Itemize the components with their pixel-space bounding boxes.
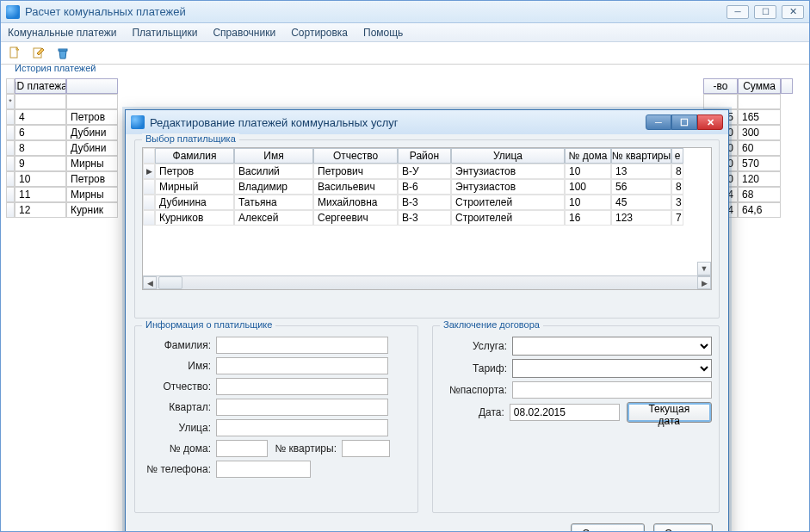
cell-h[interactable]: 10 [565,195,611,210]
save-button[interactable]: Сохранить [571,523,645,531]
cell-o[interactable]: Васильевич [313,179,398,195]
cell-name[interactable]: Петров [66,171,118,187]
row-handle[interactable] [6,109,15,125]
cell-qty[interactable] [703,94,738,109]
cell-h[interactable]: 100 [565,179,611,195]
table-row[interactable]: ▶ПетровВасилийПетровичВ-УЭнтузиастов1013… [143,164,711,179]
current-date-button[interactable]: Текущая дата [627,402,712,423]
cell-s[interactable]: Строителей [451,195,565,210]
cell-id[interactable]: 9 [15,156,66,171]
main-titlebar[interactable]: Расчет комунальных платежей ─ ☐ ✕ [1,1,809,23]
col-flat[interactable]: № квартиры [611,148,671,164]
cell-id[interactable]: 10 [15,171,66,187]
cell-sum[interactable]: 64,6 [738,202,781,218]
col-name[interactable]: Имя [234,148,313,164]
cell-i[interactable]: Василий [234,164,313,179]
cell-f[interactable]: Дубинина [155,195,234,210]
cell-s[interactable]: Строителей [451,210,565,226]
menu-sort[interactable]: Сортировка [291,27,348,39]
row-handle[interactable] [6,140,15,156]
table-row[interactable]: МирныйВладимирВасильевичВ-6Энтузиастов10… [143,179,711,195]
cell-o[interactable]: Сергеевич [313,210,398,226]
cell-a[interactable]: 56 [611,179,671,195]
cell-id[interactable]: 8 [15,140,66,156]
col-qty[interactable]: -во [703,78,738,94]
cell-name[interactable] [66,94,118,109]
cell-name[interactable]: Дубини [66,140,118,156]
cell-id[interactable]: 11 [15,187,66,202]
cell-f[interactable]: Курников [155,210,234,226]
row-handle[interactable] [143,210,155,226]
col-sum[interactable]: Сумма [738,78,781,94]
cell-name[interactable]: Мирны [66,156,118,171]
col-id[interactable]: ID платежа [15,78,66,94]
scroll-thumb[interactable] [158,276,182,289]
col-district[interactable]: Район [398,148,451,164]
cell-f[interactable]: Петров [155,164,234,179]
phone-field[interactable] [216,461,311,478]
menu-communal[interactable]: Комунальные платежи [8,27,116,39]
dialog-maximize-button[interactable]: ☐ [671,114,697,130]
col-extra[interactable]: е [671,148,683,164]
row-handle[interactable]: ▶ [143,164,155,179]
toolbar-delete-button[interactable] [54,45,71,62]
row-handle[interactable] [6,202,15,218]
cell-r[interactable]: В-3 [398,195,451,210]
cell-s[interactable]: Энтузиастов [451,164,565,179]
scroll-left-button[interactable]: ◀ [143,276,157,289]
vertical-scroll-down-button[interactable]: ▼ [697,262,711,275]
scroll-right-button[interactable]: ▶ [697,276,711,289]
col-house[interactable]: № дома [565,148,611,164]
cell-sum[interactable]: 165 [738,109,781,125]
col-name-stub[interactable] [66,78,118,94]
row-handle[interactable] [143,195,155,210]
cell-id[interactable]: 6 [15,125,66,140]
name-field[interactable] [216,357,388,374]
cell-sum[interactable]: 68 [738,187,781,202]
close-button[interactable]: ✕ [782,5,804,19]
row-handle[interactable] [6,187,15,202]
passport-field[interactable] [512,381,712,399]
cell-name[interactable]: Дубини [66,125,118,140]
tariff-select[interactable] [512,359,712,378]
cell-id[interactable]: 4 [15,109,66,125]
cell-i[interactable]: Алексей [234,210,313,226]
quarter-field[interactable] [216,399,388,416]
menu-help[interactable]: Помощь [363,27,403,39]
cell-sum[interactable]: 570 [738,156,781,171]
patronymic-field[interactable] [216,378,388,395]
surname-field[interactable] [216,337,388,354]
menu-refs[interactable]: Справочники [213,27,275,39]
cell-h[interactable]: 16 [565,210,611,226]
cell-a[interactable]: 13 [611,164,671,179]
cell-r[interactable]: В-3 [398,210,451,226]
cell-sum[interactable]: 60 [738,140,781,156]
col-surname[interactable]: Фамилия [155,148,234,164]
maximize-button[interactable]: ☐ [754,5,776,19]
cell-i[interactable]: Татьяна [234,195,313,210]
cell-o[interactable]: Михайловна [313,195,398,210]
house-field[interactable] [216,440,268,457]
dialog-close-button[interactable]: ✕ [697,114,723,130]
street-field[interactable] [216,419,388,436]
cell-id[interactable]: 12 [15,202,66,218]
date-field[interactable] [510,404,620,421]
cell-t[interactable]: 8 [671,179,683,195]
cell-sum[interactable]: 120 [738,171,781,187]
menu-payers[interactable]: Платильщики [132,27,197,39]
cell-r[interactable]: В-У [398,164,451,179]
cell-s[interactable]: Энтузиастов [451,179,565,195]
cell-o[interactable]: Петрович [313,164,398,179]
cell-f[interactable]: Мирный [155,179,234,195]
toolbar-new-button[interactable] [6,45,23,62]
cancel-button[interactable]: Отмена [653,523,713,531]
cell-t[interactable]: 3 [671,195,683,210]
cell-h[interactable]: 10 [565,164,611,179]
cell-sum[interactable] [738,94,781,109]
row-handle[interactable] [6,171,15,187]
cell-a[interactable]: 45 [611,195,671,210]
flat-field[interactable] [342,440,390,457]
toolbar-edit-button[interactable] [30,45,47,62]
history-handle-current[interactable]: * [6,94,15,109]
row-handle[interactable] [143,179,155,195]
